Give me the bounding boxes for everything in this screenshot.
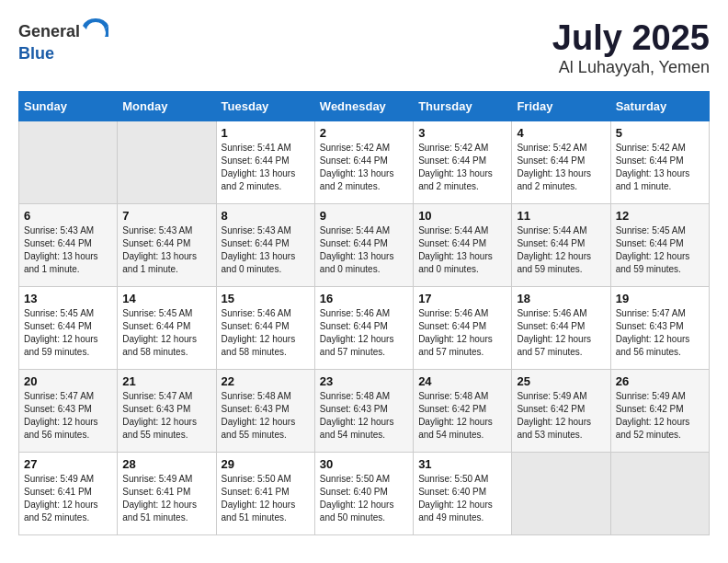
day-info: Sunrise: 5:47 AM Sunset: 6:43 PM Dayligh… (24, 390, 112, 442)
calendar-week-row: 27Sunrise: 5:49 AM Sunset: 6:41 PM Dayli… (19, 453, 710, 535)
day-number: 4 (517, 126, 605, 140)
location-title: Al Luhayyah, Yemen (552, 58, 710, 77)
calendar-cell: 5Sunrise: 5:42 AM Sunset: 6:44 PM Daylig… (610, 121, 709, 204)
calendar-cell: 24Sunrise: 5:48 AM Sunset: 6:42 PM Dayli… (414, 370, 512, 453)
day-number: 17 (418, 292, 506, 305)
day-info: Sunrise: 5:43 AM Sunset: 6:44 PM Dayligh… (122, 224, 210, 276)
logo: General Blue (18, 18, 108, 63)
day-info: Sunrise: 5:44 AM Sunset: 6:44 PM Dayligh… (418, 224, 506, 276)
calendar-body: 1Sunrise: 5:41 AM Sunset: 6:44 PM Daylig… (19, 121, 710, 535)
day-number: 29 (222, 457, 310, 471)
day-number: 15 (222, 292, 310, 305)
calendar-cell: 3Sunrise: 5:42 AM Sunset: 6:44 PM Daylig… (414, 121, 512, 204)
calendar-cell: 6Sunrise: 5:43 AM Sunset: 6:44 PM Daylig… (19, 204, 118, 287)
title-area: July 2025 Al Luhayyah, Yemen (552, 18, 710, 77)
calendar-cell: 29Sunrise: 5:50 AM Sunset: 6:41 PM Dayli… (216, 453, 314, 535)
day-number: 18 (517, 292, 605, 305)
day-info: Sunrise: 5:50 AM Sunset: 6:41 PM Dayligh… (222, 473, 310, 524)
calendar-table: SundayMondayTuesdayWednesdayThursdayFrid… (18, 91, 710, 535)
calendar-cell: 21Sunrise: 5:47 AM Sunset: 6:43 PM Dayli… (118, 370, 216, 453)
day-info: Sunrise: 5:41 AM Sunset: 6:44 PM Dayligh… (222, 142, 310, 193)
calendar-cell: 8Sunrise: 5:43 AM Sunset: 6:44 PM Daylig… (216, 204, 314, 287)
calendar-cell (610, 453, 709, 535)
calendar-week-row: 20Sunrise: 5:47 AM Sunset: 6:43 PM Dayli… (19, 370, 710, 453)
calendar-cell: 20Sunrise: 5:47 AM Sunset: 6:43 PM Dayli… (19, 370, 118, 453)
day-info: Sunrise: 5:47 AM Sunset: 6:43 PM Dayligh… (616, 307, 704, 359)
calendar-cell: 16Sunrise: 5:46 AM Sunset: 6:44 PM Dayli… (314, 287, 413, 370)
day-number: 27 (24, 457, 112, 471)
day-info: Sunrise: 5:49 AM Sunset: 6:42 PM Dayligh… (616, 390, 704, 442)
day-info: Sunrise: 5:46 AM Sunset: 6:44 PM Dayligh… (222, 307, 310, 359)
day-number: 1 (222, 126, 310, 140)
day-number: 12 (616, 209, 704, 223)
day-number: 10 (418, 209, 506, 223)
calendar-cell (19, 121, 118, 204)
calendar-week-row: 1Sunrise: 5:41 AM Sunset: 6:44 PM Daylig… (19, 121, 710, 204)
day-number: 28 (122, 457, 210, 471)
day-number: 20 (24, 374, 112, 388)
day-number: 7 (122, 209, 210, 223)
day-info: Sunrise: 5:45 AM Sunset: 6:44 PM Dayligh… (24, 307, 112, 359)
day-header: Tuesday (216, 92, 314, 121)
calendar-cell: 23Sunrise: 5:48 AM Sunset: 6:43 PM Dayli… (314, 370, 413, 453)
day-number: 9 (320, 209, 408, 223)
day-number: 22 (222, 374, 310, 388)
day-info: Sunrise: 5:44 AM Sunset: 6:44 PM Dayligh… (320, 224, 408, 276)
day-header: Saturday (610, 92, 709, 121)
day-number: 30 (320, 457, 408, 471)
day-header: Thursday (414, 92, 512, 121)
day-number: 8 (222, 209, 310, 223)
day-info: Sunrise: 5:46 AM Sunset: 6:44 PM Dayligh… (418, 307, 506, 359)
day-info: Sunrise: 5:47 AM Sunset: 6:43 PM Dayligh… (122, 390, 210, 442)
calendar-week-row: 13Sunrise: 5:45 AM Sunset: 6:44 PM Dayli… (19, 287, 710, 370)
calendar-cell: 9Sunrise: 5:44 AM Sunset: 6:44 PM Daylig… (314, 204, 413, 287)
day-number: 6 (24, 209, 112, 223)
logo-icon (83, 18, 108, 44)
day-info: Sunrise: 5:42 AM Sunset: 6:44 PM Dayligh… (517, 142, 605, 193)
day-info: Sunrise: 5:43 AM Sunset: 6:44 PM Dayligh… (222, 224, 310, 276)
calendar-cell: 11Sunrise: 5:44 AM Sunset: 6:44 PM Dayli… (512, 204, 610, 287)
day-number: 31 (418, 457, 506, 471)
calendar-cell: 15Sunrise: 5:46 AM Sunset: 6:44 PM Dayli… (216, 287, 314, 370)
day-number: 5 (616, 126, 704, 140)
calendar-cell: 4Sunrise: 5:42 AM Sunset: 6:44 PM Daylig… (512, 121, 610, 204)
day-header: Wednesday (314, 92, 413, 121)
day-number: 14 (122, 292, 210, 305)
day-number: 16 (320, 292, 408, 305)
calendar-header-row: SundayMondayTuesdayWednesdayThursdayFrid… (19, 92, 710, 121)
day-number: 24 (418, 374, 506, 388)
day-number: 23 (320, 374, 408, 388)
calendar-cell: 18Sunrise: 5:46 AM Sunset: 6:44 PM Dayli… (512, 287, 610, 370)
calendar-cell: 14Sunrise: 5:45 AM Sunset: 6:44 PM Dayli… (118, 287, 216, 370)
day-info: Sunrise: 5:48 AM Sunset: 6:43 PM Dayligh… (222, 390, 310, 442)
calendar-week-row: 6Sunrise: 5:43 AM Sunset: 6:44 PM Daylig… (19, 204, 710, 287)
day-info: Sunrise: 5:48 AM Sunset: 6:43 PM Dayligh… (320, 390, 408, 442)
day-info: Sunrise: 5:50 AM Sunset: 6:40 PM Dayligh… (320, 473, 408, 524)
day-header: Friday (512, 92, 610, 121)
day-number: 26 (616, 374, 704, 388)
day-number: 3 (418, 126, 506, 140)
calendar-cell: 25Sunrise: 5:49 AM Sunset: 6:42 PM Dayli… (512, 370, 610, 453)
day-info: Sunrise: 5:42 AM Sunset: 6:44 PM Dayligh… (418, 142, 506, 193)
calendar-cell: 19Sunrise: 5:47 AM Sunset: 6:43 PM Dayli… (610, 287, 709, 370)
day-info: Sunrise: 5:49 AM Sunset: 6:41 PM Dayligh… (122, 473, 210, 524)
day-info: Sunrise: 5:45 AM Sunset: 6:44 PM Dayligh… (122, 307, 210, 359)
calendar-cell: 1Sunrise: 5:41 AM Sunset: 6:44 PM Daylig… (216, 121, 314, 204)
day-info: Sunrise: 5:44 AM Sunset: 6:44 PM Dayligh… (517, 224, 605, 276)
calendar-cell (512, 453, 610, 535)
calendar-cell: 27Sunrise: 5:49 AM Sunset: 6:41 PM Dayli… (19, 453, 118, 535)
day-number: 21 (122, 374, 210, 388)
day-info: Sunrise: 5:46 AM Sunset: 6:44 PM Dayligh… (320, 307, 408, 359)
logo-general: General (18, 22, 80, 41)
day-info: Sunrise: 5:49 AM Sunset: 6:41 PM Dayligh… (24, 473, 112, 524)
day-header: Monday (118, 92, 216, 121)
day-info: Sunrise: 5:42 AM Sunset: 6:44 PM Dayligh… (320, 142, 408, 193)
calendar-cell: 7Sunrise: 5:43 AM Sunset: 6:44 PM Daylig… (118, 204, 216, 287)
day-number: 2 (320, 126, 408, 140)
calendar-cell: 17Sunrise: 5:46 AM Sunset: 6:44 PM Dayli… (414, 287, 512, 370)
day-number: 19 (616, 292, 704, 305)
day-number: 11 (517, 209, 605, 223)
day-info: Sunrise: 5:46 AM Sunset: 6:44 PM Dayligh… (517, 307, 605, 359)
calendar-cell (118, 121, 216, 204)
day-info: Sunrise: 5:45 AM Sunset: 6:44 PM Dayligh… (616, 224, 704, 276)
